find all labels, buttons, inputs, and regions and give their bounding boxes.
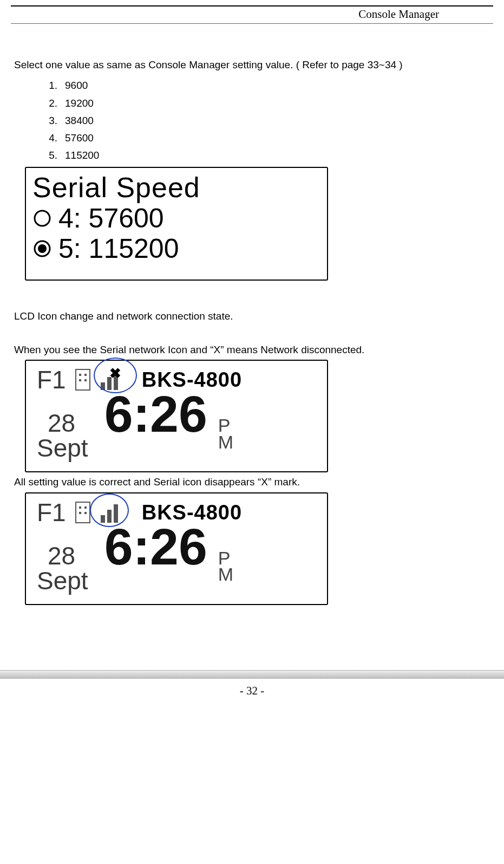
lcd-disconnected-text: When you see the Serial network Icon and… (11, 341, 493, 359)
signal-bars-icon: ✖ (100, 368, 122, 391)
svg-rect-15 (84, 512, 87, 514)
svg-rect-11 (76, 502, 90, 523)
list-item: 4.57600 (43, 129, 493, 147)
list-item: 5.115200 (43, 147, 493, 164)
svg-rect-3 (76, 369, 90, 390)
serial-icon (74, 501, 92, 524)
svg-rect-4 (79, 374, 81, 376)
radio-unselected-icon (32, 209, 52, 228)
page-number: - 32 - (0, 679, 504, 714)
pm-column: P M (218, 417, 233, 450)
lcd-connected-figure: F1 BKS-4800 28 Sept 6:26 P M (25, 492, 328, 605)
pm-m: M (218, 566, 233, 583)
pm-column: P M (218, 550, 233, 583)
date-column: 28 Sept (37, 411, 88, 460)
radio-row-115200[interactable]: 5: 115200 (32, 233, 320, 264)
serial-icon (74, 368, 92, 391)
lcd-icon-text: LCD Icon change and network connection s… (11, 308, 493, 325)
time-label: 6:26 (104, 385, 207, 444)
svg-rect-12 (79, 506, 81, 509)
radio-label: 5: 115200 (58, 233, 179, 264)
list-item: 3.38400 (43, 112, 493, 129)
date-column: 28 Sept (37, 543, 88, 593)
footer-bar (0, 670, 504, 679)
list-item: 2.19200 (43, 95, 493, 112)
header-title: Console Manager (11, 8, 493, 23)
f1-label: F1 (37, 498, 66, 527)
svg-rect-13 (84, 506, 87, 509)
list-item: 1.9600 (43, 77, 493, 94)
date-day: 28 (48, 411, 88, 436)
svg-rect-6 (79, 379, 81, 381)
svg-rect-17 (107, 510, 112, 523)
svg-rect-16 (101, 515, 105, 523)
svg-point-0 (35, 211, 50, 226)
svg-point-2 (38, 244, 47, 253)
header-rule-bottom (11, 23, 493, 24)
radio-label: 4: 57600 (58, 203, 164, 234)
header-rule-top (11, 5, 493, 7)
date-month: Sept (37, 436, 88, 460)
speed-list: 1.9600 2.19200 3.38400 4.57600 5.115200 (11, 77, 493, 164)
time-label: 6:26 (104, 517, 207, 576)
date-day: 28 (48, 543, 88, 568)
svg-rect-8 (101, 382, 105, 390)
svg-rect-18 (114, 504, 118, 523)
signal-bars-icon (100, 501, 122, 524)
date-month: Sept (37, 568, 88, 593)
lcd-ok-text: All setting value is correct and Serial … (11, 473, 493, 491)
radio-selected-icon (32, 239, 52, 258)
f1-label: F1 (37, 365, 66, 394)
svg-rect-14 (79, 512, 81, 514)
intro-text: Select one value as same as Console Mana… (11, 56, 493, 74)
serial-speed-title: Serial Speed (32, 171, 320, 204)
svg-rect-5 (84, 374, 87, 376)
radio-row-57600[interactable]: 4: 57600 (32, 203, 320, 234)
pm-m: M (218, 434, 233, 451)
x-mark-icon: ✖ (109, 365, 121, 382)
lcd-disconnected-figure: F1 ✖ BKS-4800 28 Sept 6:26 P M (25, 360, 328, 472)
svg-rect-7 (84, 379, 87, 381)
page-footer: - 32 - (0, 670, 504, 714)
serial-speed-box: Serial Speed 4: 57600 5: 115200 (25, 167, 328, 281)
